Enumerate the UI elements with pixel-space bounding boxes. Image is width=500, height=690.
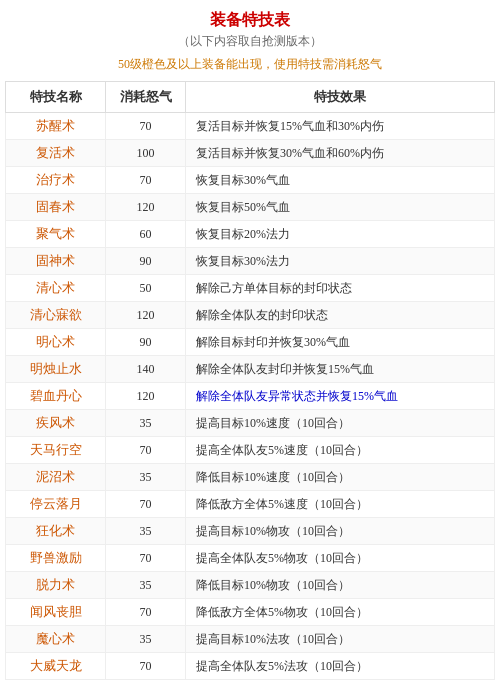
table-row: 闻风丧胆70降低敌方全体5%物攻（10回合） <box>6 599 495 626</box>
skill-effect: 恢复目标50%气血 <box>186 194 495 221</box>
skill-name: 停云落月 <box>6 491 106 518</box>
skill-effect: 恢复目标20%法力 <box>186 221 495 248</box>
skill-effect: 恢复目标30%法力 <box>186 248 495 275</box>
skill-cost: 35 <box>106 464 186 491</box>
table-row: 疾风术35提高目标10%速度（10回合） <box>6 410 495 437</box>
skill-effect: 解除目标封印并恢复30%气血 <box>186 329 495 356</box>
table-row: 碧血丹心120解除全体队友异常状态并恢复15%气血 <box>6 383 495 410</box>
table-row: 泥沼术35降低目标10%速度（10回合） <box>6 464 495 491</box>
skill-cost: 70 <box>106 653 186 680</box>
table-row: 复活术100复活目标并恢复30%气血和60%内伤 <box>6 140 495 167</box>
skill-name: 固春术 <box>6 194 106 221</box>
table-row: 停云落月70降低敌方全体5%速度（10回合） <box>6 491 495 518</box>
table-row: 清心寐欲120解除全体队友的封印状态 <box>6 302 495 329</box>
skill-cost: 90 <box>106 329 186 356</box>
table-row: 聚气术60恢复目标20%法力 <box>6 221 495 248</box>
skill-effect: 提高全体队友5%速度（10回合） <box>186 437 495 464</box>
table-row: 天马行空70提高全体队友5%速度（10回合） <box>6 437 495 464</box>
table-row: 野兽激励70提高全体队友5%物攻（10回合） <box>6 545 495 572</box>
skill-name: 苏醒术 <box>6 113 106 140</box>
skill-name: 脱力术 <box>6 572 106 599</box>
table-row: 狂化术35提高目标10%物攻（10回合） <box>6 518 495 545</box>
skill-cost: 70 <box>106 113 186 140</box>
skill-name: 清心术 <box>6 275 106 302</box>
skill-cost: 120 <box>106 302 186 329</box>
skill-cost: 70 <box>106 599 186 626</box>
skill-cost: 50 <box>106 275 186 302</box>
skill-effect: 降低敌方全体5%物攻（10回合） <box>186 599 495 626</box>
skill-cost: 70 <box>106 491 186 518</box>
notice: 50级橙色及以上装备能出现，使用特技需消耗怒气 <box>0 56 500 73</box>
skill-name: 治疗术 <box>6 167 106 194</box>
table-row: 脱力术35降低目标10%物攻（10回合） <box>6 572 495 599</box>
table-row: 大威天龙70提高全体队友5%法攻（10回合） <box>6 653 495 680</box>
skill-cost: 35 <box>106 572 186 599</box>
skill-name: 固神术 <box>6 248 106 275</box>
skill-name: 大威天龙 <box>6 653 106 680</box>
table-row: 固神术90恢复目标30%法力 <box>6 248 495 275</box>
skill-cost: 70 <box>106 545 186 572</box>
table-row: 明心术90解除目标封印并恢复30%气血 <box>6 329 495 356</box>
page-container: 装备特技表 （以下内容取自抢测版本） 50级橙色及以上装备能出现，使用特技需消耗… <box>0 0 500 690</box>
sub-title: （以下内容取自抢测版本） <box>0 33 500 50</box>
skill-name: 聚气术 <box>6 221 106 248</box>
skill-effect: 降低目标10%物攻（10回合） <box>186 572 495 599</box>
skill-cost: 35 <box>106 410 186 437</box>
skill-cost: 90 <box>106 248 186 275</box>
skill-effect: 提高全体队友5%物攻（10回合） <box>186 545 495 572</box>
skill-effect: 提高目标10%速度（10回合） <box>186 410 495 437</box>
table-row: 苏醒术70复活目标并恢复15%气血和30%内伤 <box>6 113 495 140</box>
skill-effect: 复活目标并恢复15%气血和30%内伤 <box>186 113 495 140</box>
skill-effect: 恢复目标30%气血 <box>186 167 495 194</box>
skill-cost: 120 <box>106 383 186 410</box>
skill-cost: 35 <box>106 518 186 545</box>
skill-effect: 降低敌方全体5%速度（10回合） <box>186 491 495 518</box>
skill-cost: 70 <box>106 167 186 194</box>
skill-cost: 100 <box>106 140 186 167</box>
skill-effect: 提高目标10%法攻（10回合） <box>186 626 495 653</box>
skill-name: 泥沼术 <box>6 464 106 491</box>
skill-cost: 70 <box>106 437 186 464</box>
skill-effect: 解除全体队友封印并恢复15%气血 <box>186 356 495 383</box>
skill-effect: 提高全体队友5%法攻（10回合） <box>186 653 495 680</box>
skill-cost: 60 <box>106 221 186 248</box>
skill-name: 明心术 <box>6 329 106 356</box>
skill-effect: 复活目标并恢复30%气血和60%内伤 <box>186 140 495 167</box>
skill-cost: 140 <box>106 356 186 383</box>
header-cost: 消耗怒气 <box>106 82 186 113</box>
skill-name: 明烛止水 <box>6 356 106 383</box>
skill-effect: 降低目标10%速度（10回合） <box>186 464 495 491</box>
skill-name: 野兽激励 <box>6 545 106 572</box>
table-row: 治疗术70恢复目标30%气血 <box>6 167 495 194</box>
skill-name: 清心寐欲 <box>6 302 106 329</box>
table-row: 固春术120恢复目标50%气血 <box>6 194 495 221</box>
skill-effect: 解除己方单体目标的封印状态 <box>186 275 495 302</box>
header-name: 特技名称 <box>6 82 106 113</box>
table-row: 清心术50解除己方单体目标的封印状态 <box>6 275 495 302</box>
header-effect: 特技效果 <box>186 82 495 113</box>
skill-cost: 35 <box>106 626 186 653</box>
skill-name: 疾风术 <box>6 410 106 437</box>
skill-name: 狂化术 <box>6 518 106 545</box>
table-row: 魔心术35提高目标10%法攻（10回合） <box>6 626 495 653</box>
skill-name: 闻风丧胆 <box>6 599 106 626</box>
skill-cost: 120 <box>106 194 186 221</box>
table-header-row: 特技名称 消耗怒气 特技效果 <box>6 82 495 113</box>
skill-effect: 解除全体队友异常状态并恢复15%气血 <box>186 383 495 410</box>
table-row: 明烛止水140解除全体队友封印并恢复15%气血 <box>6 356 495 383</box>
skill-name: 天马行空 <box>6 437 106 464</box>
main-title: 装备特技表 <box>0 10 500 31</box>
skill-effect: 提高目标10%物攻（10回合） <box>186 518 495 545</box>
skills-table: 特技名称 消耗怒气 特技效果 苏醒术70复活目标并恢复15%气血和30%内伤复活… <box>5 81 495 680</box>
skill-name: 魔心术 <box>6 626 106 653</box>
skill-name: 碧血丹心 <box>6 383 106 410</box>
skill-name: 复活术 <box>6 140 106 167</box>
skill-effect: 解除全体队友的封印状态 <box>186 302 495 329</box>
